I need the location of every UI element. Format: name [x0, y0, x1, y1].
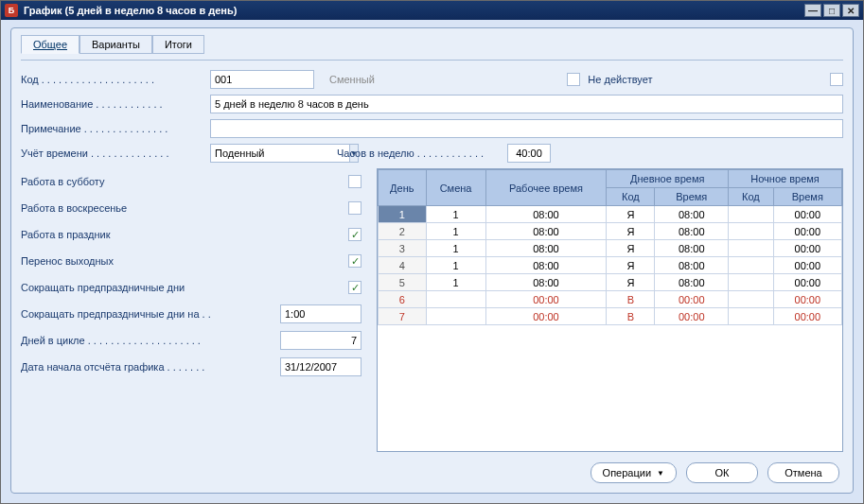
table-cell[interactable]: 1 [426, 206, 485, 223]
holiday-label: Работа в праздник [21, 229, 348, 240]
table-row[interactable]: 600:00В00:0000:00 [379, 291, 842, 308]
table-cell[interactable]: В [607, 291, 655, 308]
schedule-table-wrap: День Смена Рабочее время Дневное время Н… [377, 168, 843, 452]
table-row[interactable]: 2108:00Я08:0000:00 [379, 223, 842, 240]
close-button[interactable]: ✕ [842, 4, 859, 17]
name-input[interactable] [210, 95, 843, 113]
table-cell[interactable]: 00:00 [485, 291, 607, 308]
th-day-code: Код [607, 188, 655, 206]
table-cell[interactable]: 7 [379, 308, 427, 325]
table-cell[interactable] [426, 308, 485, 325]
table-cell[interactable] [729, 274, 774, 291]
tabs: Общее Варианты Итоги [21, 34, 843, 53]
table-cell[interactable]: Я [607, 240, 655, 257]
table-cell[interactable] [729, 223, 774, 240]
table-cell[interactable] [729, 240, 774, 257]
table-cell[interactable]: 00:00 [655, 291, 729, 308]
th-night-time: Время [773, 188, 841, 206]
table-cell[interactable]: 08:00 [485, 206, 607, 223]
table-cell[interactable]: 08:00 [655, 206, 729, 223]
table-cell[interactable]: 4 [379, 257, 427, 274]
shorten-preholiday-label: Сокращать предпраздничные дни [21, 282, 348, 293]
table-cell[interactable]: Я [607, 274, 655, 291]
table-row[interactable]: 5108:00Я08:0000:00 [379, 274, 842, 291]
table-cell[interactable]: 08:00 [485, 274, 607, 291]
table-cell[interactable]: 00:00 [773, 291, 841, 308]
hours-per-week-label: Часов в неделю . . . . . . . . . . . . [337, 148, 507, 159]
ok-button[interactable]: ОК [686, 462, 758, 483]
table-cell[interactable]: 00:00 [773, 240, 841, 257]
shorten-by-label: Сокращать предпраздничные дни на . . [21, 308, 280, 320]
table-cell[interactable]: 08:00 [485, 223, 607, 240]
table-cell[interactable]: 00:00 [773, 274, 841, 291]
table-cell[interactable]: 00:00 [773, 206, 841, 223]
saturday-checkbox[interactable] [348, 175, 361, 188]
app-icon: Б [5, 4, 18, 17]
th-night-code: Код [729, 188, 774, 206]
schedule-table[interactable]: День Смена Рабочее время Дневное время Н… [378, 169, 842, 325]
table-cell[interactable]: 5 [379, 274, 427, 291]
table-cell[interactable]: 1 [426, 240, 485, 257]
table-cell[interactable]: 1 [426, 223, 485, 240]
shorten-preholiday-checkbox[interactable] [348, 281, 361, 294]
start-date-input[interactable] [280, 357, 361, 376]
table-cell[interactable]: 3 [379, 240, 427, 257]
start-date-label: Дата начала отсчёта графика . . . . . . … [21, 361, 280, 373]
table-cell[interactable]: В [607, 308, 655, 325]
holiday-checkbox[interactable] [348, 228, 361, 241]
table-row[interactable]: 4108:00Я08:0000:00 [379, 257, 842, 274]
table-cell[interactable]: Я [607, 223, 655, 240]
saturday-label: Работа в субботу [21, 176, 348, 187]
time-account-select[interactable]: ▼ [210, 144, 314, 163]
note-input[interactable] [210, 119, 843, 138]
inactive-checkbox[interactable] [567, 73, 580, 86]
table-cell[interactable]: 6 [379, 291, 427, 308]
shorten-by-input[interactable] [280, 304, 361, 323]
table-cell[interactable]: 00:00 [655, 308, 729, 325]
table-cell[interactable]: Я [607, 257, 655, 274]
table-cell[interactable] [729, 291, 774, 308]
table-cell[interactable]: 1 [426, 274, 485, 291]
table-cell[interactable]: 1 [426, 257, 485, 274]
options-column: Работа в субботу Работа в воскресенье Ра… [21, 168, 361, 452]
tab-variants[interactable]: Варианты [79, 35, 152, 54]
code-input[interactable] [210, 70, 314, 89]
footer-buttons: Операции ▼ ОК Отмена [591, 462, 839, 483]
table-cell[interactable] [729, 257, 774, 274]
table-row[interactable]: 1108:00Я08:0000:00 [379, 206, 842, 223]
table-cell[interactable]: 08:00 [655, 257, 729, 274]
table-cell[interactable]: 2 [379, 223, 427, 240]
table-cell[interactable]: 08:00 [655, 274, 729, 291]
table-cell[interactable]: 00:00 [773, 308, 841, 325]
table-cell[interactable]: 08:00 [655, 223, 729, 240]
table-cell[interactable]: 08:00 [485, 257, 607, 274]
cancel-button[interactable]: Отмена [767, 462, 839, 483]
table-row[interactable]: 700:00В00:0000:00 [379, 308, 842, 325]
extra-checkbox[interactable] [830, 73, 843, 86]
table-cell[interactable]: 00:00 [773, 257, 841, 274]
table-cell[interactable]: Я [607, 206, 655, 223]
tab-general[interactable]: Общее [21, 35, 79, 54]
tab-totals[interactable]: Итоги [152, 35, 204, 54]
shift-weekends-checkbox[interactable] [348, 254, 361, 268]
table-cell[interactable] [729, 206, 774, 223]
time-account-value[interactable] [210, 144, 349, 163]
table-cell[interactable]: 00:00 [485, 308, 607, 325]
cycle-days-input[interactable] [280, 331, 361, 350]
minimize-button[interactable]: — [804, 4, 821, 17]
table-cell[interactable]: 08:00 [655, 240, 729, 257]
th-shift: Смена [426, 170, 485, 206]
name-label: Наименование . . . . . . . . . . . . [21, 98, 210, 110]
maximize-button[interactable]: □ [823, 4, 840, 17]
inactive-label: Не действует [588, 74, 652, 85]
sunday-checkbox[interactable] [348, 201, 361, 215]
hours-per-week-input[interactable] [507, 144, 551, 163]
table-cell[interactable]: 00:00 [773, 223, 841, 240]
table-cell[interactable] [426, 291, 485, 308]
table-cell[interactable]: 08:00 [485, 240, 607, 257]
table-cell[interactable]: 1 [379, 206, 427, 223]
operations-label: Операции [603, 467, 651, 478]
table-row[interactable]: 3108:00Я08:0000:00 [379, 240, 842, 257]
table-cell[interactable] [729, 308, 774, 325]
operations-button[interactable]: Операции ▼ [591, 462, 677, 483]
